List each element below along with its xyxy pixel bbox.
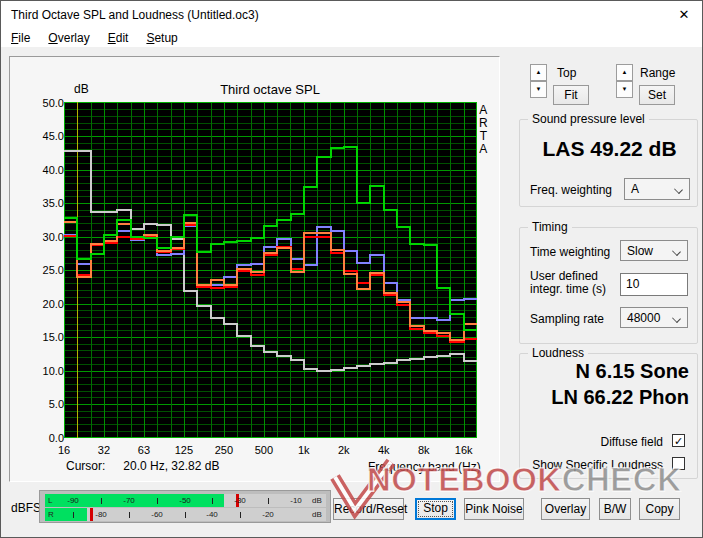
range-label: Range: [640, 66, 675, 80]
meter-tick: [73, 512, 74, 518]
spl-plot[interactable]: [64, 102, 477, 438]
x-tick-label: 4k: [364, 444, 404, 456]
fit-button[interactable]: Fit: [553, 85, 589, 105]
freq-weighting-combo[interactable]: A: [624, 178, 690, 200]
window-title: Third Octave SPL and Loudness (Untitled.…: [11, 8, 259, 22]
meter-scale-label: -90: [63, 496, 83, 505]
top-spin-up-icon[interactable]: ▲: [530, 64, 547, 81]
meter-scale-label: -30: [230, 496, 250, 505]
meter-scale-label: -70: [119, 496, 139, 505]
y-tick-label: 5.0: [26, 398, 64, 410]
button-pink-noise[interactable]: Pink Noise: [464, 498, 524, 520]
level-meter-panel: L-90-70-50-30-10dBR-80-60-40-20dB: [39, 490, 331, 523]
chevron-down-icon: [672, 247, 681, 256]
x-tick-label: 1k: [284, 444, 324, 456]
range-spin-down-icon[interactable]: ▼: [616, 81, 633, 98]
x-tick-label: 125: [164, 444, 204, 456]
sampling-rate-combo[interactable]: 48000: [620, 307, 688, 328]
x-tick-label: 63: [124, 444, 164, 456]
menu-item-setup[interactable]: Setup: [146, 31, 177, 45]
menu-bar: File Overlay Edit Setup: [1, 29, 702, 47]
meter-tick: [268, 498, 269, 504]
loudness-group: Loudness N 6.15 Sone LN 66.22 Phon Diffu…: [519, 353, 698, 479]
meter-channel-label: L: [48, 496, 52, 505]
chart-panel: Third octave SPL dB 50.045.040.035.030.0…: [9, 56, 500, 482]
freq-weighting-label: Freq. weighting: [530, 183, 612, 197]
button-stop[interactable]: Stop: [415, 498, 456, 520]
meter-scale-label: -40: [202, 510, 222, 519]
specific-loudness-checkbox[interactable]: [672, 457, 685, 470]
meter-scale-label: -80: [91, 510, 111, 519]
x-tick-label: 2k: [324, 444, 364, 456]
close-icon[interactable]: ✕: [674, 6, 694, 24]
sone-value: N 6.15 Sone: [576, 360, 689, 383]
spl-group-title: Sound pressure level: [528, 112, 649, 126]
range-spin-up-icon[interactable]: ▲: [616, 64, 633, 81]
meter-tick: [185, 512, 186, 518]
timing-group: Timing Time weighting Slow User definedi…: [519, 227, 698, 344]
sampling-rate-label: Sampling rate: [530, 312, 604, 326]
meter-tick: [240, 512, 241, 518]
time-weighting-combo[interactable]: Slow: [620, 240, 688, 261]
specific-loudness-label: Show Specific Loudness: [532, 458, 663, 472]
button-overlay[interactable]: Overlay: [541, 498, 590, 520]
button-record-reset[interactable]: Record/Reset: [333, 498, 404, 520]
meter-scale-label: -20: [258, 510, 278, 519]
chevron-down-icon: [672, 314, 681, 323]
y-tick-label: 35.0: [26, 197, 64, 209]
x-tick-label: 32: [84, 444, 124, 456]
x-tick-label: 8k: [404, 444, 444, 456]
button-copy[interactable]: Copy: [639, 498, 680, 520]
menu-item-file[interactable]: File: [11, 31, 30, 45]
integr-time-field[interactable]: 10: [620, 273, 688, 296]
level-meter-l: L-90-70-50-30-10dB: [45, 494, 326, 507]
meter-unit-label: dB: [307, 510, 326, 519]
level-meter-r: R-80-60-40-20dB: [45, 508, 326, 521]
y-tick-label: 50.0: [26, 97, 64, 109]
diffuse-field-label: Diffuse field: [601, 435, 663, 449]
y-tick-label: 0.0: [26, 432, 64, 444]
y-tick-label: 15.0: [26, 331, 64, 343]
x-tick-label: 500: [244, 444, 284, 456]
spl-value: LAS 49.22 dB: [520, 137, 699, 161]
time-weighting-label: Time weighting: [530, 245, 610, 259]
timing-group-title: Timing: [528, 220, 572, 234]
y-tick-label: 40.0: [26, 164, 64, 176]
title-bar: Third Octave SPL and Loudness (Untitled.…: [1, 1, 702, 29]
app-window: Third Octave SPL and Loudness (Untitled.…: [0, 0, 703, 538]
y-tick-label: 45.0: [26, 130, 64, 142]
top-spin-down-icon[interactable]: ▼: [530, 81, 547, 98]
phon-value: LN 66.22 Phon: [551, 386, 689, 409]
cursor-value: 20.0 Hz, 32.82 dB: [123, 459, 219, 473]
cursor-readout: Cursor:20.0 Hz, 32.82 dB: [66, 459, 219, 473]
integr-time-label: User definedintegr. time (s): [530, 270, 606, 296]
meter-scale-label: -50: [175, 496, 195, 505]
cursor-label: Cursor:: [66, 459, 105, 473]
y-tick-label: 25.0: [26, 264, 64, 276]
menu-item-edit[interactable]: Edit: [108, 31, 129, 45]
x-tick-label: 16k: [444, 444, 484, 456]
button-b-w[interactable]: B/W: [599, 498, 631, 520]
top-label: Top: [557, 66, 576, 80]
meter-tick: [101, 498, 102, 504]
spl-group: Sound pressure level LAS 49.22 dB Freq. …: [519, 119, 698, 207]
x-tick-label: 250: [204, 444, 244, 456]
diffuse-field-checkbox[interactable]: ✓: [672, 434, 685, 447]
chevron-down-icon: [674, 185, 683, 194]
meter-channel-label: R: [48, 510, 54, 519]
arta-logo: ARTA: [479, 104, 488, 156]
meter-tick: [157, 498, 158, 504]
meter-tick: [129, 512, 130, 518]
x-axis-title: Frequency band (Hz): [368, 460, 481, 474]
menu-item-overlay[interactable]: Overlay: [48, 31, 89, 45]
y-axis-unit: dB: [74, 82, 89, 96]
y-tick-label: 30.0: [26, 231, 64, 243]
meter-scale-label: -10: [286, 496, 306, 505]
x-tick-label: 16: [44, 444, 84, 456]
dbfs-label: dBFS: [11, 501, 41, 515]
y-tick-label: 10.0: [26, 365, 64, 377]
meter-unit-label: dB: [307, 496, 326, 505]
loudness-group-title: Loudness: [528, 346, 588, 360]
meter-scale-label: -60: [147, 510, 167, 519]
set-button[interactable]: Set: [639, 85, 675, 105]
